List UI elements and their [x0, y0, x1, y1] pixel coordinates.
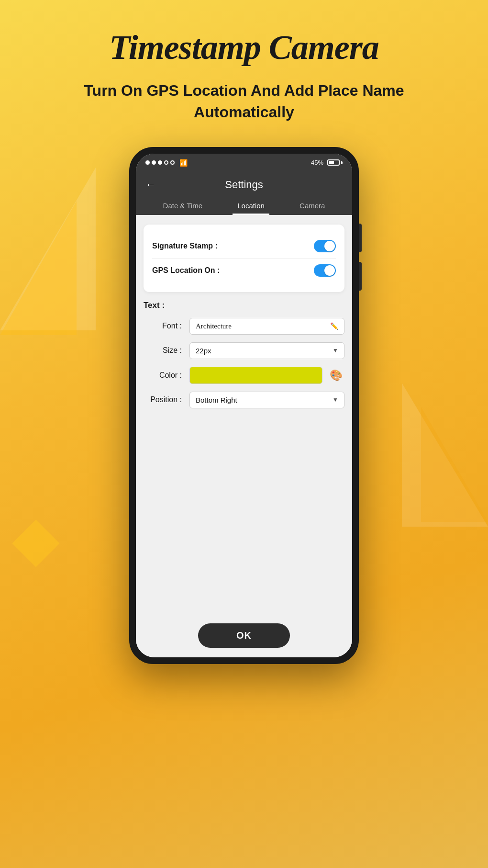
- color-label: Color :: [144, 371, 182, 380]
- position-dropdown[interactable]: Bottom Right ▼: [189, 392, 344, 408]
- color-row: Color : 🎨: [144, 367, 344, 384]
- header-top: ← Settings: [145, 179, 343, 191]
- page-subtitle: Turn On GPS Location And Add Place Name …: [0, 80, 488, 123]
- edit-icon: ✏️: [330, 322, 338, 330]
- font-row: Font : Architecture ✏️: [144, 318, 344, 335]
- color-swatch[interactable]: [189, 367, 322, 384]
- size-control: 22px ▼: [189, 342, 344, 359]
- signal-dot-4: [164, 160, 168, 165]
- text-section-label: Text :: [144, 301, 344, 310]
- position-dropdown-arrow: ▼: [333, 396, 338, 403]
- battery-tip: [341, 161, 343, 164]
- battery-percent: 45%: [311, 159, 323, 166]
- signature-stamp-knob: [324, 241, 335, 251]
- side-button-2: [359, 262, 362, 291]
- battery-body: [327, 159, 340, 166]
- page-title: Timestamp Camera: [0, 0, 488, 67]
- color-control: 🎨: [189, 367, 344, 384]
- status-bar: 📶 45%: [136, 154, 352, 172]
- content-area: Signature Stamp : GPS Location On :: [136, 215, 352, 616]
- font-label: Font :: [144, 322, 182, 330]
- signal-dot-2: [152, 160, 156, 165]
- tabs-container: Date & Time Location Camera: [145, 198, 343, 215]
- wifi-icon: 📶: [179, 159, 188, 167]
- font-selector[interactable]: Architecture ✏️: [189, 318, 344, 335]
- palette-button[interactable]: 🎨: [327, 367, 344, 384]
- signature-stamp-row: Signature Stamp :: [152, 234, 336, 259]
- position-value: Bottom Right: [196, 396, 237, 404]
- status-right: 45%: [311, 159, 343, 166]
- size-dropdown-arrow: ▼: [333, 347, 338, 354]
- ok-section: OK: [136, 616, 352, 657]
- signal-dots: [145, 160, 175, 165]
- ok-button[interactable]: OK: [198, 623, 290, 648]
- gps-location-label: GPS Location On :: [152, 266, 220, 275]
- signal-dot-1: [145, 160, 150, 165]
- size-row: Size : 22px ▼: [144, 342, 344, 359]
- font-control: Architecture ✏️: [189, 318, 344, 335]
- size-value: 22px: [196, 347, 211, 355]
- signature-stamp-toggle[interactable]: [314, 240, 336, 252]
- position-label: Position :: [144, 395, 182, 404]
- gps-location-row: GPS Location On :: [152, 259, 336, 282]
- position-control: Bottom Right ▼: [189, 392, 344, 408]
- tab-date-time[interactable]: Date & Time: [158, 198, 208, 215]
- gps-location-toggle[interactable]: [314, 264, 336, 277]
- tab-camera[interactable]: Camera: [295, 198, 330, 215]
- status-left: 📶: [145, 159, 188, 167]
- size-label: Size :: [144, 346, 182, 355]
- signature-stamp-label: Signature Stamp :: [152, 242, 218, 250]
- font-value: Architecture: [196, 322, 232, 330]
- phone-frame: 📶 45% ← Settings: [129, 147, 359, 664]
- settings-card: Signature Stamp : GPS Location On :: [144, 225, 344, 292]
- side-button-1: [359, 224, 362, 252]
- position-row: Position : Bottom Right ▼: [144, 392, 344, 408]
- battery-fill: [329, 161, 334, 164]
- signal-dot-3: [158, 160, 162, 165]
- app-header: ← Settings Date & Time Location Camera: [136, 172, 352, 215]
- phone-screen: 📶 45% ← Settings: [136, 154, 352, 657]
- header-title: Settings: [225, 179, 263, 191]
- gps-location-knob: [324, 265, 335, 276]
- back-button[interactable]: ←: [145, 179, 156, 191]
- color-row-controls: 🎨: [189, 367, 344, 384]
- text-section: Text : Font : Architecture ✏️ S: [144, 301, 344, 408]
- size-dropdown[interactable]: 22px ▼: [189, 342, 344, 359]
- tab-location[interactable]: Location: [233, 198, 269, 215]
- battery-icon: [327, 159, 343, 166]
- signal-dot-5: [170, 160, 175, 165]
